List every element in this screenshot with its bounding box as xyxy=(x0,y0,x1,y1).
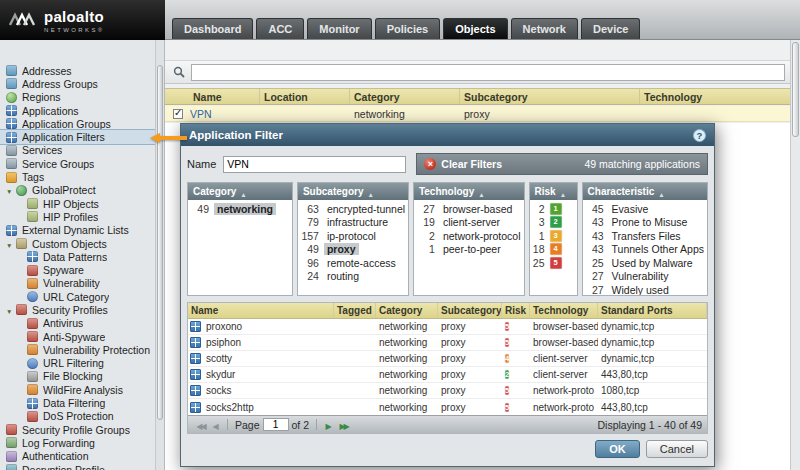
sidebar-item[interactable]: Spyware xyxy=(0,263,155,276)
column-header-location[interactable]: Location xyxy=(260,89,350,104)
technology-filter-item[interactable]: 1 peer-to-peer xyxy=(414,243,524,257)
subcategory-filter-item[interactable]: 63 encrypted-tunnel xyxy=(298,202,408,216)
sidebar-item[interactable]: Service Groups xyxy=(0,157,155,170)
risk-filter-item[interactable]: 2 1 xyxy=(530,202,577,216)
sidebar-item[interactable]: Services xyxy=(0,144,155,157)
sidebar-item[interactable]: Addresses xyxy=(0,64,155,77)
sidebar-item[interactable]: WildFire Analysis xyxy=(0,383,155,396)
characteristic-filter-item[interactable]: 27 Widely used xyxy=(583,283,707,295)
nav-tab[interactable]: Network xyxy=(511,18,578,39)
nav-tab[interactable]: Monitor xyxy=(307,18,371,39)
sidebar-item[interactable]: Regions xyxy=(0,91,155,104)
results-header-tagged[interactable]: Tagged xyxy=(334,303,376,318)
column-header-technology[interactable]: Technology xyxy=(640,89,790,104)
sidebar-item[interactable]: File Blocking xyxy=(0,370,155,383)
column-header-name[interactable]: Name xyxy=(165,89,260,104)
results-row[interactable]: skydur networking proxy 2 client-server xyxy=(188,367,707,383)
search-icon[interactable] xyxy=(170,63,188,81)
technology-filter-item[interactable]: 2 network-protocol xyxy=(414,229,524,243)
sidebar-scrollbar-thumb[interactable] xyxy=(157,65,163,420)
sidebar-item[interactable]: Vulnerability Protection xyxy=(0,343,155,356)
risk-filter-item[interactable]: 1 3 xyxy=(530,229,577,243)
subcategory-filter-item[interactable]: 79 infrastructure xyxy=(298,216,408,230)
first-page-button[interactable] xyxy=(193,419,208,431)
next-page-button[interactable] xyxy=(321,419,336,431)
sidebar-item[interactable]: Authentication xyxy=(0,450,155,463)
nav-tab[interactable]: Dashboard xyxy=(172,18,253,39)
sidebar-item[interactable]: HIP Profiles xyxy=(0,210,155,223)
sidebar-scrollbar[interactable] xyxy=(155,40,164,470)
results-header-subcategory[interactable]: Subcategory xyxy=(438,303,502,318)
nav-tab[interactable]: Device xyxy=(581,18,640,39)
sidebar-item[interactable]: DoS Protection xyxy=(0,410,155,423)
sidebar-item[interactable]: Tags xyxy=(0,170,155,183)
last-page-button[interactable] xyxy=(336,419,351,431)
subcategory-column-header[interactable]: Subcategory xyxy=(298,183,408,200)
characteristic-filter-item[interactable]: 43 Transfers Files xyxy=(583,229,707,243)
sidebar-item[interactable]: Antivirus xyxy=(0,317,155,330)
results-row[interactable]: proxono networking proxy 5 browser-based xyxy=(188,319,707,335)
sidebar-item[interactable]: Decryption Profile xyxy=(0,463,155,470)
expander-icon[interactable] xyxy=(6,184,16,196)
risk-filter-item[interactable]: 3 2 xyxy=(530,216,577,230)
subcategory-filter-item[interactable]: 24 routing xyxy=(298,270,408,284)
characteristic-column-header[interactable]: Characteristic xyxy=(583,183,707,200)
sidebar-item[interactable]: Anti-Spyware xyxy=(0,330,155,343)
results-row[interactable]: scotty networking proxy 4 client-server xyxy=(188,351,707,367)
expander-icon[interactable] xyxy=(6,238,16,250)
filter-name-input[interactable] xyxy=(223,156,406,173)
column-header-category[interactable]: Category xyxy=(350,89,460,104)
characteristic-filter-item[interactable]: 45 Evasive xyxy=(583,202,707,216)
main-scrollbar[interactable] xyxy=(790,40,800,470)
sidebar-item[interactable]: Applications xyxy=(0,104,155,117)
page-input[interactable] xyxy=(263,418,289,431)
sidebar-item[interactable]: Application Groups xyxy=(0,117,155,130)
results-row[interactable]: psiphon networking proxy 5 browser-based xyxy=(188,335,707,351)
search-input[interactable] xyxy=(191,64,785,81)
help-icon[interactable] xyxy=(693,129,706,142)
table-row-vpn[interactable]: VPN networking proxy xyxy=(165,106,790,122)
main-scrollbar-thumb[interactable] xyxy=(792,42,799,137)
risk-filter-item[interactable]: 18 4 xyxy=(530,243,577,257)
cancel-button[interactable]: Cancel xyxy=(646,440,708,458)
characteristic-filter-item[interactable]: 43 Prone to Misuse xyxy=(583,216,707,230)
technology-column-header[interactable]: Technology xyxy=(414,183,524,200)
sidebar-item[interactable]: Security Profiles xyxy=(0,303,155,316)
characteristic-filter-item[interactable]: 43 Tunnels Other Apps xyxy=(583,243,707,257)
sidebar-item[interactable]: Vulnerability xyxy=(0,277,155,290)
subcategory-filter-item[interactable]: 157 ip-protocol xyxy=(298,229,408,243)
subcategory-filter-item[interactable]: 49 proxy xyxy=(298,243,408,257)
results-header-ports[interactable]: Standard Ports xyxy=(598,303,707,318)
category-filter-item[interactable]: 49 networking xyxy=(188,202,292,216)
technology-filter-item[interactable]: 19 client-server xyxy=(414,216,524,230)
sidebar-item[interactable]: Application Filters xyxy=(0,130,155,143)
results-row[interactable]: socks networking proxy 5 network-proto xyxy=(188,383,707,399)
sidebar-item[interactable]: Security Profile Groups xyxy=(0,423,155,436)
clear-filters-button[interactable]: Clear Filters xyxy=(424,158,502,170)
results-header-risk[interactable]: Risk xyxy=(502,303,530,318)
risk-column-header[interactable]: Risk xyxy=(530,183,577,200)
nav-tab[interactable]: Policies xyxy=(375,18,441,39)
prev-page-button[interactable] xyxy=(208,419,223,431)
sidebar-item[interactable]: URL Filtering xyxy=(0,357,155,370)
sidebar-item[interactable]: URL Category xyxy=(0,290,155,303)
results-header-technology[interactable]: Technology xyxy=(530,303,598,318)
sidebar-item[interactable]: Address Groups xyxy=(0,77,155,90)
subcategory-filter-item[interactable]: 96 remote-access xyxy=(298,256,408,270)
column-header-subcategory[interactable]: Subcategory xyxy=(460,89,640,104)
characteristic-filter-item[interactable]: 25 Used by Malware xyxy=(583,256,707,270)
sidebar-item[interactable]: Data Filtering xyxy=(0,396,155,409)
sidebar-item[interactable]: HIP Objects xyxy=(0,197,155,210)
technology-filter-item[interactable]: 27 browser-based xyxy=(414,202,524,216)
category-column-header[interactable]: Category xyxy=(188,183,292,200)
nav-tab[interactable]: ACC xyxy=(256,18,304,39)
sidebar-item[interactable]: GlobalProtect xyxy=(0,184,155,197)
expander-icon[interactable] xyxy=(6,304,16,316)
sidebar-item[interactable]: Custom Objects xyxy=(0,237,155,250)
results-header-name[interactable]: Name xyxy=(188,303,334,318)
object-name-link[interactable]: VPN xyxy=(190,108,212,120)
row-checkbox[interactable] xyxy=(173,109,183,119)
sidebar-item[interactable]: Data Patterns xyxy=(0,250,155,263)
ok-button[interactable]: OK xyxy=(595,440,640,458)
results-header-category[interactable]: Category xyxy=(376,303,438,318)
